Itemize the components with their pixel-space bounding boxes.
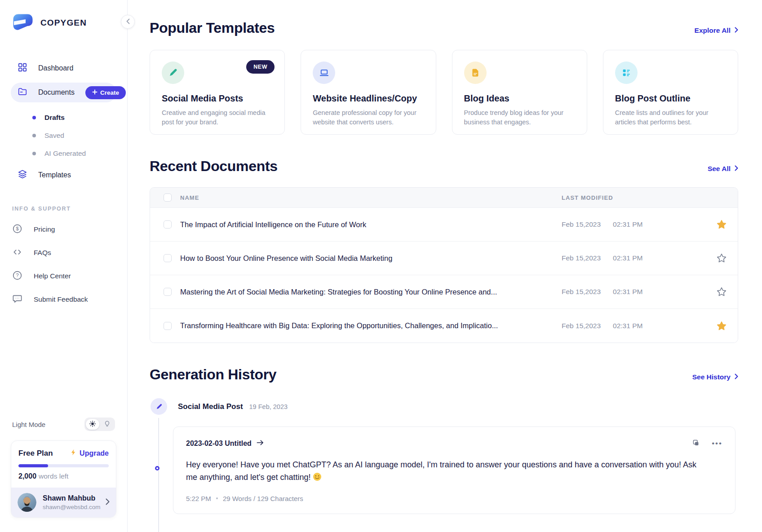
copy-icon — [691, 439, 700, 448]
row-checkbox[interactable] — [164, 288, 172, 296]
chevron-left-icon — [126, 18, 130, 26]
sidebar-item-dashboard[interactable]: Dashboard — [11, 58, 116, 78]
row-checkbox[interactable] — [164, 254, 172, 262]
user-info: Shawn Mahbub shawn@websbd.com — [43, 494, 101, 510]
bullet-dot-icon — [32, 152, 36, 155]
smiley-emoji-icon — [313, 472, 322, 485]
generation-doc-link[interactable]: 2023-02-03 Untitled — [186, 440, 264, 448]
generation-word-count: 29 Words / 129 Characters — [223, 495, 303, 502]
sidebar: COPYGEN Dashboard Documents — [0, 0, 128, 532]
svg-text:$: $ — [16, 226, 18, 231]
lightbulb-icon — [104, 420, 111, 428]
generation-doc-title: 2023-02-03 Untitled — [186, 440, 252, 448]
star-icon[interactable] — [716, 219, 727, 230]
sidebar-item-label: FAQs — [34, 249, 51, 257]
document-time: 02:31 PM — [613, 254, 642, 262]
table-row: Transforming Healthcare with Big Data: E… — [150, 309, 738, 343]
sidebar-item-label: Help Center — [34, 272, 71, 280]
laptop-icon — [313, 62, 335, 84]
generation-time: 5:22 PM — [186, 495, 211, 502]
new-badge: NEW — [246, 60, 275, 74]
subitem-label: AI Generated — [44, 149, 86, 158]
light-mode-button[interactable] — [86, 419, 99, 430]
row-checkbox[interactable] — [164, 220, 172, 229]
sidebar-bottom: Light Mode — [11, 418, 116, 518]
document-name[interactable]: The Impact of Artificial Intelligence on… — [180, 220, 553, 229]
create-button-label: Create — [100, 89, 119, 96]
pen-icon — [162, 62, 184, 84]
dashboard-grid-icon — [18, 62, 27, 74]
table-header: NAME LAST MODIFIED — [150, 188, 738, 208]
document-name[interactable]: Mastering the Art of Social Media Market… — [180, 288, 553, 296]
lightning-bolt-icon — [70, 448, 77, 458]
generation-card: 2023-02-03 Untitled — [173, 426, 735, 514]
sidebar-item-faqs[interactable]: FAQs — [11, 244, 116, 261]
sidebar-collapse-button[interactable] — [121, 15, 135, 29]
sidebar-subitem-ai-generated[interactable]: AI Generated — [11, 145, 116, 163]
select-all-checkbox[interactable] — [164, 193, 172, 202]
copy-button[interactable] — [691, 439, 700, 448]
chevron-right-icon[interactable] — [106, 498, 110, 507]
feedback-bubble-icon — [12, 294, 22, 306]
template-card-title: Social Media Posts — [162, 93, 273, 104]
words-progress-fill — [18, 464, 48, 467]
code-brackets-icon — [12, 247, 22, 259]
document-name[interactable]: Transforming Healthcare with Big Data: E… — [180, 321, 553, 330]
template-card-website-headlines[interactable]: Website Headlines/Copy Generate professi… — [301, 50, 436, 135]
see-history-label: See History — [692, 373, 731, 381]
generation-body-text: Hey everyone! Have you met ChatGPT? As a… — [186, 459, 707, 485]
sidebar-subitem-saved[interactable]: Saved — [11, 127, 116, 145]
template-card-social-media-posts[interactable]: NEW Social Media Posts Creative and enga… — [150, 50, 285, 135]
recent-documents-section: Recent Documents See All NAME LAST MODIF… — [150, 158, 738, 343]
star-icon[interactable] — [716, 286, 727, 297]
document-name[interactable]: How to Boost Your Online Presence with S… — [180, 254, 553, 263]
timeline-entry-header: Social Media Post 19 Feb, 2023 — [150, 398, 738, 415]
generation-date: 19 Feb, 2023 — [249, 403, 288, 410]
sidebar-item-label: Documents — [38, 88, 75, 97]
sidebar-item-templates[interactable]: Templates — [11, 165, 116, 185]
sidebar-item-help-center[interactable]: ? Help Center — [11, 268, 116, 285]
template-card-description: Creative and engaging social media post … — [162, 108, 273, 127]
subitem-label: Saved — [44, 132, 64, 140]
more-options-button[interactable]: ••• — [712, 441, 722, 446]
star-icon[interactable] — [716, 253, 727, 264]
template-card-blog-post-outline[interactable]: Blog Post Outline Create lists and outli… — [603, 50, 738, 135]
sidebar-item-documents[interactable]: Documents Create — [11, 83, 116, 102]
user-profile[interactable]: Shawn Mahbub shawn@websbd.com — [11, 488, 116, 517]
document-time: 02:31 PM — [613, 220, 642, 229]
star-icon[interactable] — [716, 321, 727, 331]
document-icon — [464, 62, 487, 84]
timeline-node-icon — [155, 466, 159, 470]
document-date: Feb 15,2023 — [562, 254, 601, 262]
table-row: Mastering the Art of Social Media Market… — [150, 275, 738, 309]
see-all-link[interactable]: See All — [708, 165, 738, 175]
template-card-blog-ideas[interactable]: Blog Ideas Produce trendy blog ideas for… — [452, 50, 587, 135]
sidebar-item-submit-feedback[interactable]: Submit Feedback — [11, 291, 116, 308]
template-card-title: Blog Post Outline — [615, 93, 726, 104]
layers-icon — [18, 169, 27, 181]
template-card-description: Produce trendy blog ideas for your busin… — [464, 108, 575, 127]
upgrade-button[interactable]: Upgrade — [70, 448, 109, 458]
chevron-right-icon — [735, 165, 738, 173]
table-row: The Impact of Artificial Intelligence on… — [150, 208, 738, 242]
bullet-dot-icon — [32, 116, 36, 119]
plan-card: Free Plan Upgrade 2,000words left — [11, 440, 116, 518]
generation-history-section: Generation History See History Social Me… — [150, 366, 738, 514]
explore-all-link[interactable]: Explore All — [695, 26, 738, 36]
question-circle-icon: ? — [12, 270, 22, 282]
sidebar-item-pricing[interactable]: $ Pricing — [11, 221, 116, 238]
avatar — [18, 493, 36, 512]
words-left-value: 2,000 — [18, 472, 36, 480]
sidebar-item-label: Templates — [38, 171, 71, 179]
sidebar-item-label: Pricing — [34, 225, 55, 233]
document-date: Feb 15,2023 — [562, 322, 601, 330]
see-history-link[interactable]: See History — [692, 373, 738, 383]
create-button[interactable]: Create — [85, 86, 126, 99]
brand-name: COPYGEN — [40, 18, 87, 28]
sidebar-subitem-drafts[interactable]: Drafts — [11, 109, 116, 127]
words-progress-bar — [18, 464, 109, 467]
dark-mode-bulb-button[interactable] — [100, 419, 114, 430]
generation-text: Hey everyone! Have you met ChatGPT? As a… — [186, 460, 696, 482]
row-checkbox[interactable] — [164, 322, 172, 330]
documents-table: NAME LAST MODIFIED The Impact of Artific… — [150, 187, 738, 343]
